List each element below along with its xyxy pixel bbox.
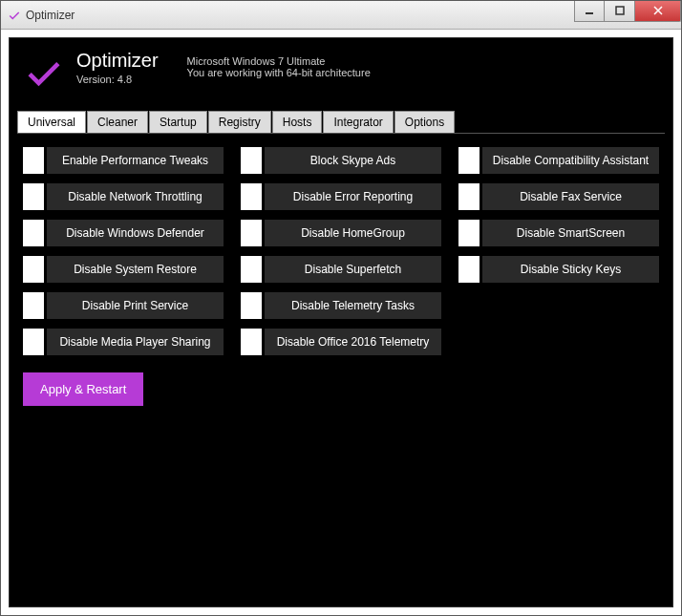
tab-integrator[interactable]: Integrator — [323, 111, 393, 133]
option-item: Disable Sticky Keys — [458, 256, 659, 283]
option-item: Disable Office 2016 Telemetry — [241, 329, 441, 355]
option-checkbox[interactable] — [458, 183, 480, 210]
option-item: Disable Network Throttling — [23, 183, 224, 210]
option-item: Disable System Restore — [23, 256, 224, 283]
client-area: Optimizer Version: 4.8 Microsoft Windows… — [9, 37, 673, 607]
window-title: Optimizer — [26, 9, 75, 22]
option-checkbox[interactable] — [458, 220, 480, 246]
option-label: Disable Windows Defender — [47, 220, 224, 246]
options-grid: Enable Performance Tweaks Block Skype Ad… — [23, 147, 659, 355]
option-label: Disable Compatibility Assistant — [482, 147, 659, 174]
titlebar[interactable]: Optimizer — [1, 1, 681, 30]
option-label: Disable Print Service — [47, 292, 224, 319]
option-label: Disable Office 2016 Telemetry — [265, 329, 441, 355]
arch-line: You are working with 64-bit architecture — [187, 67, 371, 78]
option-label: Disable Superfetch — [265, 256, 441, 283]
option-checkbox[interactable] — [241, 220, 262, 246]
svg-rect-1 — [616, 7, 624, 14]
option-item: Disable Superfetch — [241, 256, 441, 283]
app-window: Optimizer Optimizer Version: 4.8 — [0, 0, 682, 616]
option-item: Disable SmartScreen — [458, 220, 659, 246]
logo-checkmark-icon — [21, 50, 67, 96]
option-checkbox[interactable] — [458, 147, 480, 174]
option-label: Disable Telemetry Tasks — [265, 292, 441, 319]
option-label: Disable SmartScreen — [482, 220, 659, 246]
option-item: Disable Telemetry Tasks — [241, 292, 441, 319]
option-item: Disable Error Reporting — [241, 183, 441, 210]
option-label: Disable Network Throttling — [47, 183, 224, 210]
tab-strip: Universal Cleaner Startup Registry Hosts… — [17, 111, 665, 134]
option-label: Disable Fax Service — [482, 183, 659, 210]
tab-startup[interactable]: Startup — [149, 111, 207, 133]
option-item: Disable Windows Defender — [23, 220, 224, 246]
minimize-button[interactable] — [574, 1, 605, 22]
option-checkbox[interactable] — [241, 147, 262, 174]
close-button[interactable] — [635, 1, 681, 22]
option-checkbox[interactable] — [458, 256, 480, 283]
version-label: Version: 4.8 — [76, 74, 159, 85]
tab-universal[interactable]: Universal — [17, 111, 86, 133]
option-checkbox[interactable] — [23, 292, 44, 319]
option-label: Disable Media Player Sharing — [47, 329, 224, 355]
option-checkbox[interactable] — [23, 147, 44, 174]
app-header: Optimizer Version: 4.8 Microsoft Windows… — [17, 46, 665, 107]
tab-registry[interactable]: Registry — [208, 111, 271, 133]
option-item: Enable Performance Tweaks — [23, 147, 224, 174]
option-checkbox[interactable] — [241, 329, 262, 355]
option-checkbox[interactable] — [23, 220, 44, 246]
option-item: Disable Print Service — [23, 292, 224, 319]
option-checkbox[interactable] — [241, 256, 262, 283]
svg-rect-0 — [586, 12, 593, 14]
option-checkbox[interactable] — [23, 183, 44, 210]
app-name: Optimizer — [76, 50, 159, 72]
window-controls — [574, 1, 681, 22]
apply-restart-button[interactable]: Apply & Restart — [23, 372, 143, 406]
option-label: Disable Error Reporting — [265, 183, 441, 210]
option-checkbox[interactable] — [23, 329, 44, 355]
option-item: Disable Media Player Sharing — [23, 329, 224, 355]
option-item: Disable Compatibility Assistant — [458, 147, 659, 174]
option-item: Disable HomeGroup — [241, 220, 441, 246]
tab-panel-universal: Enable Performance Tweaks Block Skype Ad… — [17, 134, 665, 599]
app-icon — [7, 8, 22, 23]
option-label: Enable Performance Tweaks — [47, 147, 224, 174]
option-checkbox[interactable] — [241, 183, 262, 210]
option-checkbox[interactable] — [23, 256, 44, 283]
tab-options[interactable]: Options — [394, 111, 455, 133]
option-label: Disable Sticky Keys — [482, 256, 659, 283]
tab-cleaner[interactable]: Cleaner — [87, 111, 148, 133]
maximize-button[interactable] — [605, 1, 635, 22]
os-line: Microsoft Windows 7 Ultimate — [187, 55, 371, 67]
option-item: Block Skype Ads — [241, 147, 441, 174]
option-label: Disable System Restore — [47, 256, 224, 283]
tab-hosts[interactable]: Hosts — [272, 111, 323, 133]
option-label: Disable HomeGroup — [265, 220, 441, 246]
option-label: Block Skype Ads — [265, 147, 441, 174]
option-item: Disable Fax Service — [458, 183, 659, 210]
option-checkbox[interactable] — [241, 292, 262, 319]
